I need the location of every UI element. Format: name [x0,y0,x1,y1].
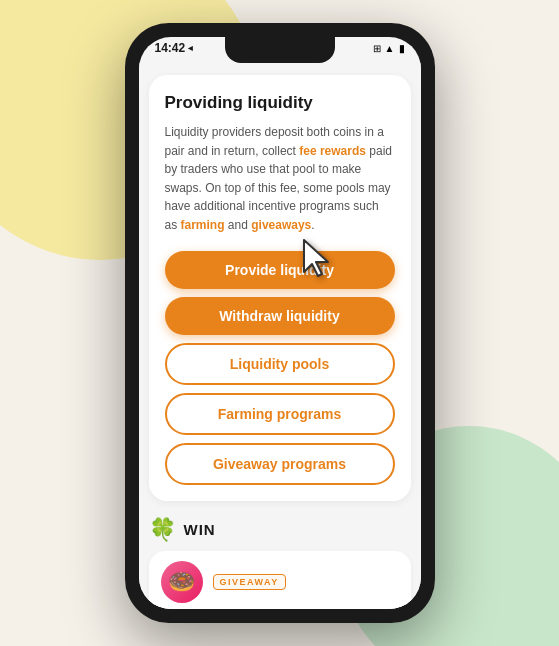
desc-highlight-giveaways: giveaways [251,218,311,232]
win-label: WIN [184,521,216,538]
donut-icon: 🍩 [161,561,203,603]
battery-icon: ▮ [399,43,405,54]
giveaway-badge: GIVEAWAY [213,574,286,590]
desc-highlight-fee: fee rewards [299,144,366,158]
giveaway-stub: 🍩 GIVEAWAY [149,551,411,609]
desc-text-3: and [225,218,252,232]
giveaway-programs-button[interactable]: Giveaway programs [165,443,395,485]
card-description: Liquidity providers deposit both coins i… [165,123,395,235]
phone-notch [225,37,335,63]
desc-highlight-farming: farming [181,218,225,232]
status-icons: ⊞ ▲ ▮ [373,43,405,54]
card-title: Providing liquidity [165,93,395,113]
withdraw-liquidity-button[interactable]: Withdraw liquidity [165,297,395,335]
location-icon: ◂ [188,43,193,53]
desc-text-4: . [311,218,314,232]
phone-shell: 14:42 ◂ ⊞ ▲ ▮ Providing liquidity Liquid… [125,23,435,623]
time-display: 14:42 [155,41,186,55]
status-time: 14:42 ◂ [155,41,194,55]
wifi-icon: ▲ [385,43,395,54]
phone-screen: 14:42 ◂ ⊞ ▲ ▮ Providing liquidity Liquid… [139,37,421,609]
provide-liquidity-button[interactable]: Provide liquidity [165,251,395,289]
main-card: Providing liquidity Liquidity providers … [149,75,411,501]
farming-programs-button[interactable]: Farming programs [165,393,395,435]
bottom-section: 🍀 WIN [139,509,421,551]
clover-icon: 🍀 [149,517,176,543]
liquidity-pools-button[interactable]: Liquidity pools [165,343,395,385]
screen-content: Providing liquidity Liquidity providers … [139,63,421,609]
grid-icon: ⊞ [373,43,381,54]
